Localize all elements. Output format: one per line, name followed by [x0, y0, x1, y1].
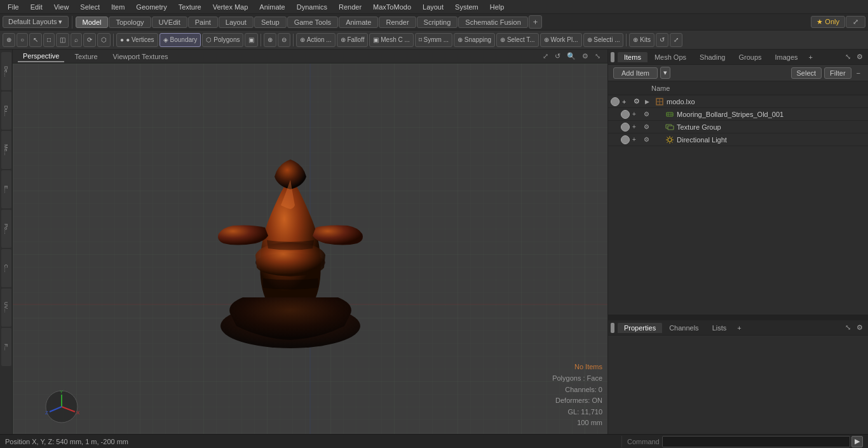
tool-split-box-icon[interactable]: ◫	[56, 33, 69, 47]
bottom-tab-lists[interactable]: Lists	[706, 323, 733, 333]
work-pl-button[interactable]: ⊕ Work Pl...	[540, 33, 582, 47]
selecti-button[interactable]: ⊕ Selecti ...	[583, 33, 624, 47]
menu-geometry[interactable]: Geometry	[131, 2, 172, 12]
sidebar-tab-de[interactable]: De...	[1, 52, 11, 90]
vp-tab-viewport-textures[interactable]: Viewport Textures	[108, 51, 173, 62]
sidebar-tab-me[interactable]: Me...	[1, 131, 11, 169]
menu-dynamics[interactable]: Dynamics	[292, 2, 332, 12]
layout-plus-button[interactable]: +	[529, 15, 543, 29]
item-vis-texgrp[interactable]	[621, 123, 630, 132]
panel-filter-button[interactable]: Filter	[824, 67, 851, 79]
menu-maxtomodo[interactable]: MaxToModo	[368, 2, 416, 12]
tool-grid-icon[interactable]: ▣	[245, 33, 258, 47]
item-vis-light[interactable]	[621, 135, 630, 144]
item-expand-modo-lxo[interactable]: ▶	[645, 98, 653, 105]
tool-expand-icon[interactable]: ⤢	[670, 33, 682, 47]
layout-tab-schematic[interactable]: Schematic Fusion	[458, 17, 527, 28]
bottom-tab-channels[interactable]: Channels	[663, 323, 705, 333]
tool-select-arrow-icon[interactable]: ↖	[29, 33, 42, 47]
menu-vertex-map[interactable]: Vertex Map	[208, 2, 254, 12]
vp-ctrl-settings[interactable]: ⚙	[580, 51, 590, 61]
panel-tab-mesh-ops[interactable]: Mesh Ops	[648, 52, 693, 62]
vp-ctrl-rotate[interactable]: ↺	[553, 51, 562, 61]
layout-dropdown[interactable]: Default Layouts ▾	[3, 16, 69, 28]
action-button[interactable]: ⊕ Action ...	[296, 33, 335, 47]
bottom-tab-properties[interactable]: Properties	[618, 323, 662, 333]
layout-tab-uvedit[interactable]: UVEdit	[152, 17, 187, 28]
polygons-button[interactable]: ⬡ Polygons	[202, 33, 243, 47]
viewport-canvas[interactable]: No Items Polygons : Face Channels: 0 Def…	[13, 64, 607, 434]
panel-tab-groups[interactable]: Groups	[732, 52, 768, 62]
vp-tab-texture[interactable]: Texture	[69, 51, 102, 62]
tool-crosshair-icon[interactable]: ⊕	[3, 33, 15, 47]
menu-render[interactable]: Render	[334, 2, 367, 12]
vertices-button[interactable]: ● ● Vertices	[116, 33, 158, 47]
list-item[interactable]: + ⚙ ▶ Directional Light	[608, 133, 868, 146]
item-settings-icon-4[interactable]: ⚙	[644, 136, 653, 143]
menu-help[interactable]: Help	[485, 2, 510, 12]
panel-select-button[interactable]: Select	[791, 67, 822, 79]
panel-settings-button[interactable]: ⚙	[854, 51, 865, 62]
panel-tab-items[interactable]: Items	[618, 52, 648, 62]
layout-tab-scripting[interactable]: Scripting	[417, 17, 458, 28]
item-add-icon[interactable]: +	[622, 98, 631, 105]
falloff-button[interactable]: ⊕ Falloff	[337, 33, 369, 47]
tool-zoom-in-icon[interactable]: ⊕	[264, 33, 276, 47]
tool-hex-icon[interactable]: ⬡	[97, 33, 111, 47]
panel-tab-images[interactable]: Images	[769, 52, 804, 62]
panel-add-tab-button[interactable]: +	[805, 52, 817, 62]
sidebar-tab-f[interactable]: F...	[1, 328, 11, 366]
vp-ctrl-zoom[interactable]: 🔍	[565, 51, 578, 61]
items-list[interactable]: + ⚙ ▶ modo.lxo + ⚙ ▶	[608, 95, 868, 315]
layout-tab-setup[interactable]: Setup	[254, 17, 287, 28]
kits-button[interactable]: ⊕ Kits	[629, 33, 654, 47]
tool-ring-icon[interactable]: ⟳	[83, 33, 96, 47]
item-vis-modo-lxo[interactable]	[611, 97, 620, 106]
items-scrollbar[interactable]	[608, 315, 868, 320]
tool-circle-icon[interactable]: ○	[17, 33, 28, 47]
layout-tab-layout[interactable]: Layout	[219, 17, 254, 28]
layout-tab-topology[interactable]: Topology	[109, 17, 151, 28]
list-item[interactable]: + ⚙ ▶ modo.lxo	[608, 95, 868, 108]
item-settings-icon[interactable]: ⚙	[634, 97, 642, 105]
panel-expand-button[interactable]: ⤡	[843, 51, 853, 62]
list-item[interactable]: + ⚙ ▶ Texture Group	[608, 121, 868, 133]
menu-texture[interactable]: Texture	[173, 2, 207, 12]
command-run-button[interactable]: ▶	[851, 436, 863, 447]
add-item-arrow-button[interactable]: ▾	[660, 67, 670, 79]
menu-file[interactable]: File	[3, 2, 24, 12]
item-settings-icon-3[interactable]: ⚙	[644, 123, 653, 130]
star-only-button[interactable]: ★ Only	[811, 16, 845, 28]
item-add-icon-2[interactable]: +	[632, 111, 641, 118]
menu-animate[interactable]: Animate	[254, 2, 290, 12]
menu-edit[interactable]: Edit	[25, 2, 48, 12]
layout-expand-button[interactable]: ⤢	[846, 16, 865, 28]
mesh-c-button[interactable]: ▣ Mesh C ...	[369, 33, 413, 47]
menu-layout[interactable]: Layout	[417, 2, 449, 12]
sidebar-tab-du[interactable]: Du...	[1, 92, 11, 130]
menu-system[interactable]: System	[450, 2, 484, 12]
panel-toggle-icon[interactable]	[611, 52, 614, 62]
bottom-panel-expand-button[interactable]: ⤡	[843, 322, 853, 333]
symmetry-button[interactable]: ⌑ Symm ...	[415, 33, 452, 47]
layout-tab-paint[interactable]: Paint	[188, 17, 218, 28]
bottom-panel-plus-button[interactable]: +	[733, 323, 745, 333]
snapping-button[interactable]: ⊕ Snapping	[454, 33, 495, 47]
vp-ctrl-expand[interactable]: ⤡	[593, 51, 602, 61]
menu-select[interactable]: Select	[75, 2, 105, 12]
sidebar-tab-uv[interactable]: UV...	[1, 288, 11, 327]
menu-view[interactable]: View	[49, 2, 74, 12]
command-input[interactable]	[662, 436, 850, 447]
layout-tab-render[interactable]: Render	[379, 17, 416, 28]
item-settings-icon-2[interactable]: ⚙	[644, 111, 653, 118]
tool-box-icon[interactable]: □	[43, 33, 55, 47]
list-item[interactable]: + ⚙ ▶ Mooring_Bollard_Stripes_Old_001	[608, 108, 868, 121]
tool-lasso-icon[interactable]: ⌕	[71, 33, 82, 47]
tool-zoom-out-icon[interactable]: ⊖	[278, 33, 290, 47]
add-item-button[interactable]: Add Item	[613, 67, 658, 79]
item-add-icon-4[interactable]: +	[632, 136, 641, 143]
select-t-button[interactable]: ⊕ Select T...	[496, 33, 539, 47]
sidebar-tab-po[interactable]: Po...	[1, 210, 11, 248]
bottom-panel-toggle[interactable]	[611, 323, 614, 333]
boundary-button[interactable]: ◈ Boundary	[159, 33, 201, 47]
